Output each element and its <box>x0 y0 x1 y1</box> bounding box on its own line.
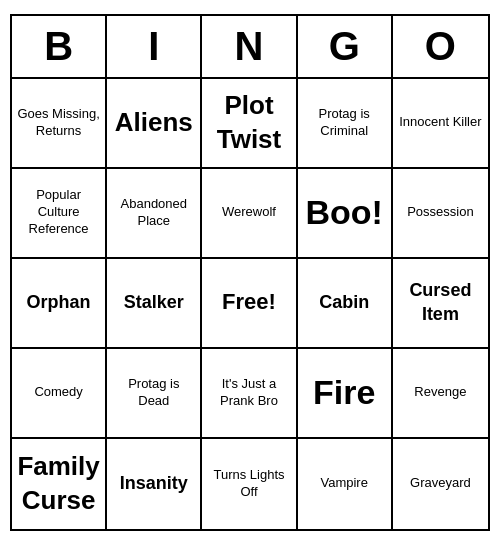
bingo-cell: Revenge <box>393 349 488 439</box>
bingo-cell: Family Curse <box>12 439 107 529</box>
bingo-grid: Goes Missing, ReturnsAliensPlot TwistPro… <box>12 79 488 529</box>
bingo-card: BINGO Goes Missing, ReturnsAliensPlot Tw… <box>10 14 490 531</box>
bingo-cell: Werewolf <box>202 169 297 259</box>
bingo-header: BINGO <box>12 16 488 79</box>
bingo-cell: Vampire <box>298 439 393 529</box>
bingo-cell: Boo! <box>298 169 393 259</box>
bingo-cell: Innocent Killer <box>393 79 488 169</box>
bingo-cell: Protag is Criminal <box>298 79 393 169</box>
header-letter: B <box>12 16 107 77</box>
bingo-cell: Fire <box>298 349 393 439</box>
bingo-cell: Stalker <box>107 259 202 349</box>
bingo-cell: Goes Missing, Returns <box>12 79 107 169</box>
bingo-cell: Protag is Dead <box>107 349 202 439</box>
bingo-cell: Free! <box>202 259 297 349</box>
header-letter: N <box>202 16 297 77</box>
bingo-cell: Orphan <box>12 259 107 349</box>
bingo-cell: Possession <box>393 169 488 259</box>
header-letter: I <box>107 16 202 77</box>
bingo-cell: Insanity <box>107 439 202 529</box>
bingo-cell: Cabin <box>298 259 393 349</box>
bingo-cell: Abandoned Place <box>107 169 202 259</box>
header-letter: O <box>393 16 488 77</box>
bingo-cell: Plot Twist <box>202 79 297 169</box>
bingo-cell: Turns Lights Off <box>202 439 297 529</box>
bingo-cell: It's Just a Prank Bro <box>202 349 297 439</box>
bingo-cell: Cursed Item <box>393 259 488 349</box>
bingo-cell: Comedy <box>12 349 107 439</box>
bingo-cell: Aliens <box>107 79 202 169</box>
bingo-cell: Graveyard <box>393 439 488 529</box>
bingo-cell: Popular Culture Reference <box>12 169 107 259</box>
header-letter: G <box>298 16 393 77</box>
